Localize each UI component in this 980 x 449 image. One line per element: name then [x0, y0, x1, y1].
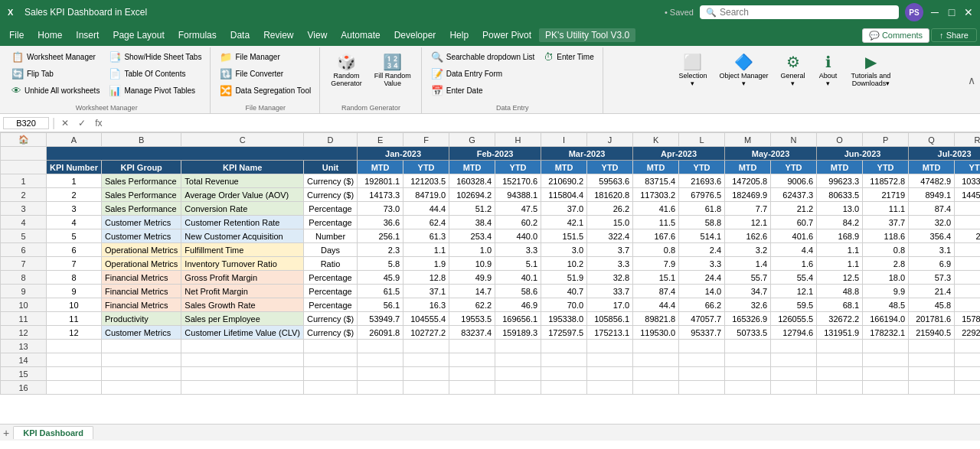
jan-ytd-cell[interactable]: 102727.2 [403, 326, 449, 340]
jul-mtd-cell[interactable]: 215940.5 [909, 326, 955, 340]
menu-file[interactable]: File [3, 28, 30, 42]
apr-ytd-cell[interactable]: 95337.7 [679, 326, 725, 340]
apr-mtd-cell[interactable]: 83715.4 [633, 174, 679, 188]
jul-ytd-cell[interactable]: 71.7 [955, 202, 980, 216]
empty-cell[interactable] [181, 367, 304, 381]
may-mtd-cell[interactable]: 50733.5 [725, 326, 771, 340]
jan-mtd-cell[interactable]: 36.6 [358, 216, 403, 229]
jun-mtd-cell[interactable]: 131951.9 [817, 326, 863, 340]
mar-mtd-cell[interactable]: 42.1 [541, 216, 587, 229]
menu-help[interactable]: Help [443, 28, 475, 42]
empty-cell[interactable] [955, 367, 980, 381]
kpi-name-cell[interactable]: Sales per Employee [181, 312, 304, 326]
mar-ytd-cell[interactable]: 3.7 [587, 243, 633, 257]
jun-ytd-cell[interactable]: 37.7 [863, 216, 909, 229]
empty-cell[interactable] [541, 381, 587, 395]
object-manager-btn[interactable]: 🔷 Object Manager▾ [714, 49, 773, 92]
menu-data[interactable]: Data [224, 28, 256, 42]
may-mtd-cell[interactable]: 34.7 [725, 285, 771, 298]
jul-mtd-cell[interactable]: 47482.9 [909, 174, 955, 188]
unit-cell[interactable]: Currency ($) [303, 174, 357, 188]
mar-ytd-cell[interactable]: 105856.1 [587, 312, 633, 326]
kpi-num-cell[interactable]: 3 [47, 202, 102, 216]
kpi-group-cell[interactable]: Customer Metrics [101, 326, 181, 340]
empty-cell[interactable] [47, 367, 102, 381]
cell-name-box[interactable] [3, 117, 49, 129]
selection-btn[interactable]: ⬜ Selection▾ [673, 49, 712, 92]
jan-ytd-cell[interactable]: 44.4 [403, 202, 449, 216]
kpi-name-cell[interactable]: New Customer Acquisition [181, 229, 304, 243]
empty-cell[interactable] [495, 381, 541, 395]
about-btn[interactable]: ℹ About▾ [812, 49, 844, 92]
jan-ytd-cell[interactable]: 16.3 [403, 298, 449, 312]
apr-ytd-cell[interactable]: 2.4 [679, 243, 725, 257]
empty-cell[interactable] [358, 340, 403, 353]
empty-cell[interactable] [495, 340, 541, 353]
may-ytd-cell[interactable]: 401.6 [771, 229, 817, 243]
jun-mtd-cell[interactable]: 84.2 [817, 216, 863, 229]
menu-power-pivot[interactable]: Power Pivot [476, 28, 537, 42]
kpi-num-cell[interactable]: 1 [47, 174, 102, 188]
may-mtd-cell[interactable]: 55.7 [725, 271, 771, 285]
menu-developer[interactable]: Developer [388, 28, 443, 42]
jun-mtd-cell[interactable]: 99623.3 [817, 174, 863, 188]
col-e[interactable]: E [358, 133, 403, 147]
col-a[interactable]: A [47, 133, 102, 147]
empty-cell[interactable] [817, 340, 863, 353]
apr-ytd-cell[interactable]: 24.4 [679, 271, 725, 285]
feb-mtd-cell[interactable]: 62.2 [449, 298, 495, 312]
kpi-group-cell[interactable]: Financial Metrics [101, 271, 181, 285]
jun-ytd-cell[interactable]: 9.9 [863, 285, 909, 298]
may-ytd-cell[interactable]: 12794.6 [771, 326, 817, 340]
empty-cell[interactable] [633, 353, 679, 367]
empty-cell[interactable] [541, 340, 587, 353]
searchable-dropdown-btn[interactable]: 🔍 Searchable dropdown List [427, 49, 539, 65]
empty-cell[interactable] [495, 367, 541, 381]
unit-cell[interactable]: Percentage [303, 271, 357, 285]
feb-mtd-cell[interactable]: 51.2 [449, 202, 495, 216]
empty-cell[interactable] [403, 353, 449, 367]
close-button[interactable]: ✕ [963, 7, 974, 18]
jun-ytd-cell[interactable]: 118.6 [863, 229, 909, 243]
mar-ytd-cell[interactable]: 33.7 [587, 285, 633, 298]
apr-mtd-cell[interactable]: 89821.8 [633, 312, 679, 326]
unit-cell[interactable]: Currency ($) [303, 188, 357, 202]
apr-mtd-cell[interactable]: 117303.2 [633, 188, 679, 202]
mar-ytd-cell[interactable]: 175213.1 [587, 326, 633, 340]
mar-mtd-cell[interactable]: 51.9 [541, 271, 587, 285]
apr-ytd-cell[interactable]: 67976.5 [679, 188, 725, 202]
empty-cell[interactable] [449, 340, 495, 353]
add-sheet-btn[interactable]: + [3, 427, 9, 439]
search-input[interactable] [720, 7, 873, 18]
mar-mtd-cell[interactable]: 3.0 [541, 243, 587, 257]
may-ytd-cell[interactable]: 59.5 [771, 298, 817, 312]
may-mtd-cell[interactable]: 7.7 [725, 202, 771, 216]
mar-ytd-cell[interactable]: 17.0 [587, 298, 633, 312]
unit-cell[interactable]: Percentage [303, 216, 357, 229]
jan-mtd-cell[interactable]: 56.1 [358, 298, 403, 312]
unit-cell[interactable]: Percentage [303, 285, 357, 298]
jan-ytd-cell[interactable]: 1.9 [403, 257, 449, 271]
mar-mtd-cell[interactable]: 40.7 [541, 285, 587, 298]
jun-mtd-cell[interactable]: 1.1 [817, 257, 863, 271]
apr-mtd-cell[interactable]: 41.6 [633, 202, 679, 216]
apr-mtd-cell[interactable]: 7.9 [633, 257, 679, 271]
may-ytd-cell[interactable]: 21.2 [771, 202, 817, 216]
feb-ytd-cell[interactable]: 159189.3 [495, 326, 541, 340]
unit-cell[interactable]: Percentage [303, 202, 357, 216]
empty-cell[interactable] [863, 381, 909, 395]
kpi-name-cell[interactable]: Sales Growth Rate [181, 298, 304, 312]
kpi-group-cell[interactable]: Customer Metrics [101, 229, 181, 243]
menu-formulas[interactable]: Formulas [172, 28, 223, 42]
kpi-num-cell[interactable]: 2 [47, 188, 102, 202]
file-converter-btn[interactable]: 🔃 File Converter [216, 66, 315, 82]
insert-function-btn[interactable]: fx [92, 118, 105, 129]
col-c[interactable]: C [181, 133, 304, 147]
mar-ytd-cell[interactable]: 26.2 [587, 202, 633, 216]
empty-cell[interactable] [358, 381, 403, 395]
jun-ytd-cell[interactable]: 11.1 [863, 202, 909, 216]
jun-mtd-cell[interactable]: 13.0 [817, 202, 863, 216]
mar-ytd-cell[interactable]: 59563.6 [587, 174, 633, 188]
empty-cell[interactable] [101, 353, 181, 367]
col-h[interactable]: H [495, 133, 541, 147]
